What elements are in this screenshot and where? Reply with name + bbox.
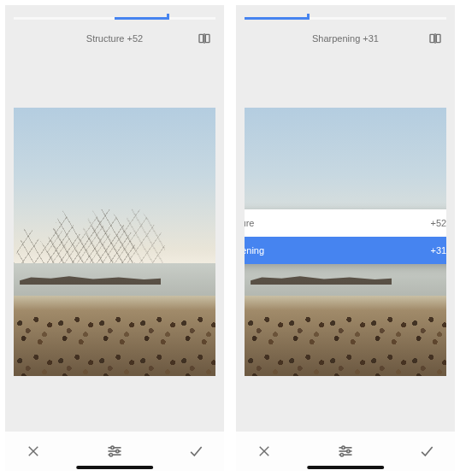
- popup-item-label: Structure: [245, 218, 254, 228]
- slider-fill: [245, 17, 307, 20]
- param-label-row: Sharpening +31: [246, 30, 445, 47]
- svg-rect-0: [199, 34, 203, 42]
- svg-rect-11: [430, 34, 434, 42]
- popup-item-sharpening[interactable]: Sharpening +31: [245, 237, 446, 264]
- image-canvas-area[interactable]: [5, 52, 224, 432]
- value-slider[interactable]: [14, 17, 215, 20]
- adjust-icon[interactable]: [333, 438, 358, 464]
- popup-item-value: +52: [430, 218, 446, 228]
- svg-point-6: [111, 446, 114, 449]
- svg-rect-1: [205, 34, 209, 42]
- param-label: Structure +52: [34, 33, 195, 44]
- svg-rect-12: [436, 34, 440, 42]
- slider-handle[interactable]: [167, 14, 169, 20]
- image-canvas-area[interactable]: Structure +52 Sharpening +31: [236, 52, 455, 432]
- accept-icon[interactable]: [183, 438, 209, 464]
- svg-point-8: [116, 450, 119, 452]
- popup-item-value: +31: [430, 245, 446, 256]
- svg-point-17: [342, 446, 345, 449]
- param-value: +31: [363, 33, 379, 44]
- param-label: Sharpening +31: [265, 33, 426, 44]
- compare-icon[interactable]: [426, 30, 445, 47]
- value-slider[interactable]: [245, 17, 446, 20]
- edited-image[interactable]: [14, 108, 215, 377]
- home-indicator: [76, 466, 153, 469]
- editor-screen-left: Structure +52: [5, 5, 224, 471]
- svg-point-19: [347, 450, 350, 452]
- param-name: Structure: [86, 33, 125, 44]
- popup-item-structure[interactable]: Structure +52: [245, 209, 446, 237]
- cancel-icon[interactable]: [251, 438, 277, 464]
- param-value: +52: [127, 33, 144, 44]
- popup-item-label: Sharpening: [245, 245, 264, 256]
- compare-icon[interactable]: [195, 30, 214, 47]
- cancel-icon[interactable]: [21, 438, 46, 464]
- slider-fill: [115, 17, 167, 20]
- adjust-icon[interactable]: [102, 438, 127, 464]
- slider-handle[interactable]: [307, 14, 310, 20]
- param-select-popup: Structure +52 Sharpening +31: [245, 209, 446, 264]
- edited-image[interactable]: Structure +52 Sharpening +31: [245, 108, 446, 377]
- svg-point-21: [340, 454, 343, 456]
- home-indicator: [307, 466, 384, 469]
- svg-point-10: [109, 454, 112, 456]
- param-name: Sharpening: [312, 33, 360, 44]
- accept-icon[interactable]: [414, 438, 439, 464]
- param-label-row: Structure +52: [15, 30, 214, 47]
- editor-screen-right: Sharpening +31 Structure +52: [236, 5, 455, 471]
